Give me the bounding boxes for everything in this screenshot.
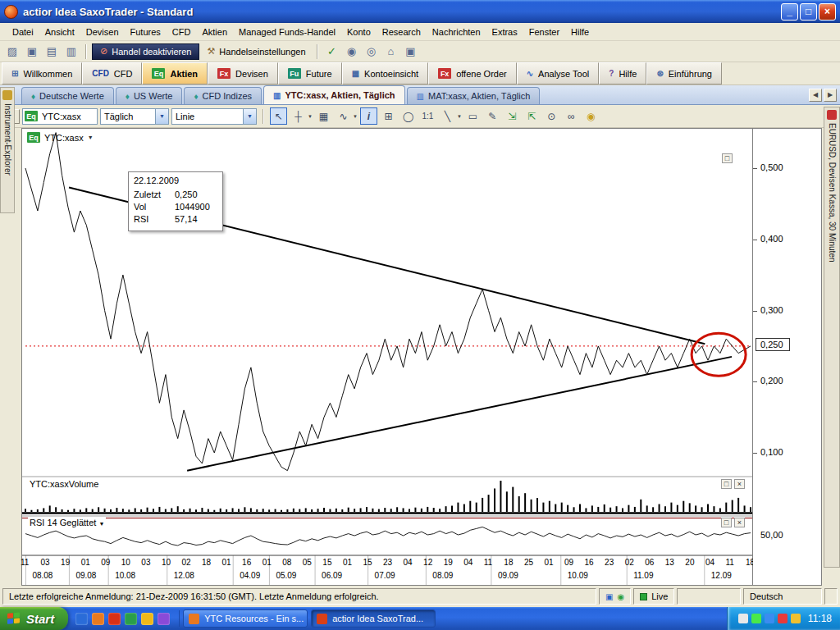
tooltip-rows: Zuletzt0,250Vol1044900RSI57,14 — [134, 189, 217, 226]
price-axis-label: 0,300 — [760, 305, 783, 315]
annotation-tool-icon[interactable]: ✎ — [484, 107, 501, 125]
module-devisen[interactable]: FxDevisen — [208, 62, 278, 84]
symbol-input[interactable] — [39, 109, 97, 124]
start-button[interactable]: Start — [0, 607, 68, 630]
autoscale-icon[interactable]: ⇱ — [523, 107, 541, 125]
pointer-tool-icon[interactable]: ↖ — [270, 107, 287, 125]
alarm-bell-icon[interactable]: ◉ — [582, 107, 600, 125]
task-button-ytc-resources-ein-s[interactable]: YTC Resources - Ein s... — [183, 609, 308, 628]
save-all-icon[interactable]: ▤ — [43, 43, 61, 60]
quick-launch-icon[interactable] — [92, 613, 104, 625]
menu-extras[interactable]: Extras — [486, 25, 523, 39]
menu-konto[interactable]: Konto — [341, 25, 377, 39]
module-future[interactable]: FuFuture — [278, 62, 342, 84]
tab-scroll-left-icon[interactable]: ◀ — [809, 89, 822, 102]
close-button[interactable]: × — [819, 3, 836, 21]
snapshot-icon[interactable]: ⊙ — [543, 107, 560, 125]
doc-tab-us-werte[interactable]: ♦US Werte — [116, 87, 183, 104]
rsi-pane-close-icon[interactable]: × — [734, 518, 745, 527]
quick-launch-icon[interactable] — [158, 613, 170, 625]
menu-aktien[interactable]: Aktien — [196, 25, 233, 39]
x-axis-day-label: 04 — [463, 558, 472, 567]
dock-tool-icon[interactable]: ⊞ — [380, 107, 397, 125]
quick-launch-bar — [68, 613, 177, 625]
save-icon[interactable]: ▣ — [23, 43, 41, 60]
chevron-down-icon[interactable]: ▼ — [308, 114, 313, 119]
x-axis-day-label: 16 — [242, 558, 251, 567]
quick-launch-icon[interactable] — [108, 613, 121, 625]
tab-scroll-right-icon[interactable]: ▶ — [824, 89, 837, 102]
info-tool-icon[interactable]: i — [360, 107, 377, 125]
chart-style-value: Linie — [176, 112, 194, 121]
module-kontoeinsicht[interactable]: ▦Kontoeinsicht — [342, 62, 429, 84]
trendline-tool-icon[interactable]: ╲ — [439, 107, 456, 125]
menu-ansicht[interactable]: Ansicht — [39, 25, 80, 39]
document-tab-row: ◀ ▶ ♦Deutsche Werte♦US Werte♦CFD Indizes… — [0, 85, 840, 105]
doc-tab-deutsche-werte[interactable]: ♦Deutsche Werte — [21, 87, 114, 104]
main-toolbar: ▨ ▣ ▤ ▥ ⊘ Handel deaktivieren ⚒ Handelse… — [0, 41, 840, 62]
tray-icon[interactable] — [751, 614, 761, 623]
forward-icon[interactable]: ◎ — [363, 43, 381, 60]
price-pane-maximize-icon[interactable]: □ — [722, 153, 733, 163]
one-to-one-zoom-icon[interactable]: 1:1 — [419, 107, 436, 125]
chart-style-select[interactable]: Linie ▼ — [171, 108, 257, 125]
disable-trading-button[interactable]: ⊘ Handel deaktivieren — [92, 43, 199, 60]
print-icon[interactable]: ▥ — [62, 43, 80, 60]
period-select[interactable]: Täglich ▼ — [100, 108, 169, 125]
volume-pane-maximize-icon[interactable]: □ — [721, 479, 732, 489]
grid-tool-icon[interactable]: ▦ — [315, 107, 332, 125]
volume-pane-close-icon[interactable]: × — [734, 479, 745, 489]
rsi-pane-label[interactable]: RSI 14 Geglättet ▼ — [28, 518, 106, 527]
menu-managed-funds-handel[interactable]: Managed Funds-Handel — [233, 25, 341, 39]
chevron-down-icon[interactable]: ▼ — [457, 114, 462, 119]
eraser-tool-icon[interactable]: ▭ — [464, 107, 482, 125]
menu-nachrichten[interactable]: Nachrichten — [427, 25, 486, 39]
menu-futures[interactable]: Futures — [125, 25, 167, 39]
home-icon[interactable]: ⌂ — [382, 43, 400, 60]
trade-settings-button[interactable]: ⚒ Handelseinstellungen — [201, 43, 311, 60]
quick-launch-icon[interactable] — [75, 613, 88, 625]
quick-launch-icon[interactable] — [125, 613, 137, 625]
confirm-icon[interactable]: ✓ — [323, 43, 341, 60]
x-axis-month-label: 10.08 — [115, 571, 135, 580]
instrument-explorer-strip[interactable]: Instrument-Explorer — [0, 87, 15, 213]
module-willkommen[interactable]: ⊞Willkommen — [2, 62, 82, 84]
tray-icon[interactable] — [791, 614, 801, 623]
module-einführung[interactable]: ⊛Einführung — [646, 62, 722, 84]
doc-tab-ytc-xasx-aktien-täglich[interactable]: ▥YTC:xasx, Aktien, Täglich — [263, 85, 405, 104]
tray-icon[interactable] — [765, 614, 774, 623]
task-button-label: actior Idea SaxoTrad... — [332, 614, 423, 623]
rsi-pane-maximize-icon[interactable]: □ — [721, 518, 732, 527]
chart-legend[interactable]: Eq YTC:xasx ▼ — [27, 132, 94, 143]
task-button-actior-idea-saxotrad[interactable]: actior Idea SaxoTrad... — [311, 609, 436, 628]
tray-icon[interactable] — [778, 614, 788, 623]
indicator-tool-icon[interactable]: ∿ — [335, 107, 352, 125]
module-analyse-tool[interactable]: ∿Analyse Tool — [517, 62, 600, 84]
maximize-button[interactable]: □ — [800, 3, 817, 21]
zoom-tool-icon[interactable]: ◯ — [399, 107, 417, 125]
minimize-button[interactable]: _ — [781, 3, 798, 21]
menu-research[interactable]: Research — [377, 25, 427, 39]
price-axis[interactable]: 50,00 0,5000,4000,3000,2000,1000,250 — [753, 128, 822, 586]
menu-fenster[interactable]: Fenster — [523, 25, 565, 39]
open-folder-icon[interactable]: ▨ — [3, 43, 21, 60]
module-offene-order[interactable]: Fxoffene Order — [428, 62, 517, 84]
crosshair-tool-icon[interactable]: ┼ — [290, 107, 307, 125]
module-hilfe[interactable]: ?Hilfe — [599, 62, 646, 84]
eurusd-panel-strip[interactable]: EURUSD, Devisen Kassa, 30 Minuten — [824, 107, 840, 568]
menu-devisen[interactable]: Devisen — [80, 25, 125, 39]
expand-chart-icon[interactable]: ⇲ — [504, 107, 521, 125]
doc-tab-cfd-indizes[interactable]: ♦CFD Indizes — [184, 87, 262, 104]
menu-hilfe[interactable]: Hilfe — [565, 25, 595, 39]
back-icon[interactable]: ◉ — [343, 43, 361, 60]
link-charts-icon[interactable]: ∞ — [563, 107, 580, 125]
chevron-down-icon[interactable]: ▼ — [353, 114, 358, 119]
module-cfd[interactable]: CFDCFD — [82, 62, 142, 84]
doc-tab-mat-xasx-aktien-täglich[interactable]: ▥MAT:xasx, Aktien, Täglich — [407, 87, 541, 104]
quick-launch-icon[interactable] — [141, 613, 153, 625]
menu-cfd[interactable]: CFD — [167, 25, 197, 39]
tray-icon[interactable] — [738, 614, 748, 623]
module-aktien[interactable]: EqAktien — [142, 62, 208, 84]
menu-datei[interactable]: Datei — [7, 25, 39, 39]
window-frame-icon[interactable]: ▣ — [402, 43, 420, 60]
